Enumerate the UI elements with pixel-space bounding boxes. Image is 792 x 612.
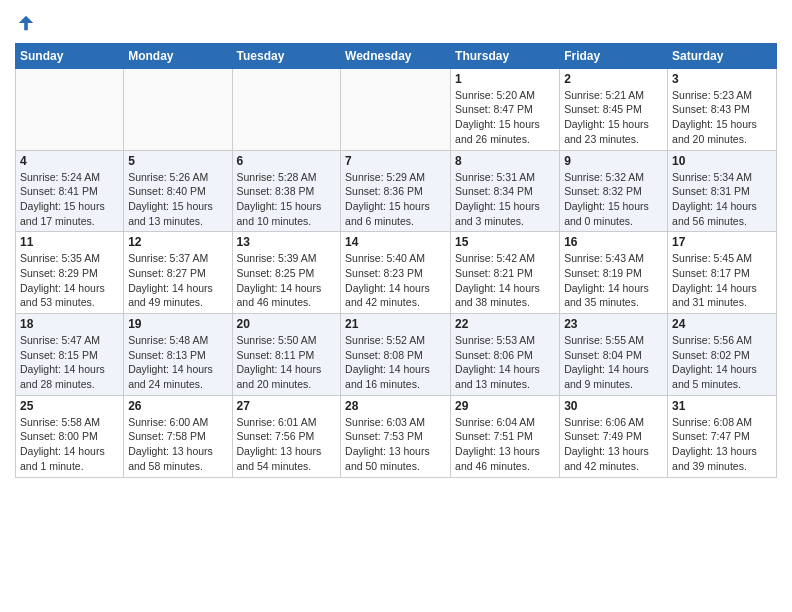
day-info: Sunrise: 5:37 AM Sunset: 8:27 PM Dayligh… [128,251,227,310]
calendar-cell: 30Sunrise: 6:06 AM Sunset: 7:49 PM Dayli… [560,395,668,477]
calendar-cell: 23Sunrise: 5:55 AM Sunset: 8:04 PM Dayli… [560,314,668,396]
calendar-cell: 19Sunrise: 5:48 AM Sunset: 8:13 PM Dayli… [124,314,232,396]
weekday-header-monday: Monday [124,43,232,68]
calendar-cell: 29Sunrise: 6:04 AM Sunset: 7:51 PM Dayli… [451,395,560,477]
page-header [15,10,777,37]
day-info: Sunrise: 6:03 AM Sunset: 7:53 PM Dayligh… [345,415,446,474]
day-info: Sunrise: 5:53 AM Sunset: 8:06 PM Dayligh… [455,333,555,392]
calendar-week-4: 18Sunrise: 5:47 AM Sunset: 8:15 PM Dayli… [16,314,777,396]
day-number: 14 [345,235,446,249]
calendar-cell: 10Sunrise: 5:34 AM Sunset: 8:31 PM Dayli… [668,150,777,232]
weekday-header-friday: Friday [560,43,668,68]
day-info: Sunrise: 5:21 AM Sunset: 8:45 PM Dayligh… [564,88,663,147]
calendar-cell: 15Sunrise: 5:42 AM Sunset: 8:21 PM Dayli… [451,232,560,314]
day-number: 9 [564,154,663,168]
day-number: 17 [672,235,772,249]
day-info: Sunrise: 5:45 AM Sunset: 8:17 PM Dayligh… [672,251,772,310]
day-info: Sunrise: 5:47 AM Sunset: 8:15 PM Dayligh… [20,333,119,392]
day-info: Sunrise: 5:42 AM Sunset: 8:21 PM Dayligh… [455,251,555,310]
day-info: Sunrise: 5:20 AM Sunset: 8:47 PM Dayligh… [455,88,555,147]
day-info: Sunrise: 6:00 AM Sunset: 7:58 PM Dayligh… [128,415,227,474]
calendar-cell: 20Sunrise: 5:50 AM Sunset: 8:11 PM Dayli… [232,314,341,396]
calendar-cell [232,68,341,150]
day-info: Sunrise: 5:43 AM Sunset: 8:19 PM Dayligh… [564,251,663,310]
day-number: 15 [455,235,555,249]
calendar-cell: 3Sunrise: 5:23 AM Sunset: 8:43 PM Daylig… [668,68,777,150]
calendar-cell: 2Sunrise: 5:21 AM Sunset: 8:45 PM Daylig… [560,68,668,150]
calendar-cell: 24Sunrise: 5:56 AM Sunset: 8:02 PM Dayli… [668,314,777,396]
day-number: 13 [237,235,337,249]
day-number: 12 [128,235,227,249]
calendar-week-1: 1Sunrise: 5:20 AM Sunset: 8:47 PM Daylig… [16,68,777,150]
day-info: Sunrise: 6:08 AM Sunset: 7:47 PM Dayligh… [672,415,772,474]
day-info: Sunrise: 5:24 AM Sunset: 8:41 PM Dayligh… [20,170,119,229]
day-number: 29 [455,399,555,413]
calendar-cell: 17Sunrise: 5:45 AM Sunset: 8:17 PM Dayli… [668,232,777,314]
weekday-header-row: SundayMondayTuesdayWednesdayThursdayFrid… [16,43,777,68]
calendar-cell: 21Sunrise: 5:52 AM Sunset: 8:08 PM Dayli… [341,314,451,396]
day-number: 11 [20,235,119,249]
calendar-cell: 1Sunrise: 5:20 AM Sunset: 8:47 PM Daylig… [451,68,560,150]
calendar-cell [124,68,232,150]
day-number: 25 [20,399,119,413]
calendar-cell: 16Sunrise: 5:43 AM Sunset: 8:19 PM Dayli… [560,232,668,314]
day-info: Sunrise: 5:48 AM Sunset: 8:13 PM Dayligh… [128,333,227,392]
calendar-cell: 26Sunrise: 6:00 AM Sunset: 7:58 PM Dayli… [124,395,232,477]
day-number: 31 [672,399,772,413]
calendar-cell: 25Sunrise: 5:58 AM Sunset: 8:00 PM Dayli… [16,395,124,477]
calendar-cell [16,68,124,150]
calendar-cell: 31Sunrise: 6:08 AM Sunset: 7:47 PM Dayli… [668,395,777,477]
calendar-cell [341,68,451,150]
day-info: Sunrise: 5:34 AM Sunset: 8:31 PM Dayligh… [672,170,772,229]
day-number: 22 [455,317,555,331]
calendar-cell: 18Sunrise: 5:47 AM Sunset: 8:15 PM Dayli… [16,314,124,396]
day-info: Sunrise: 5:40 AM Sunset: 8:23 PM Dayligh… [345,251,446,310]
day-number: 1 [455,72,555,86]
day-number: 8 [455,154,555,168]
calendar-cell: 14Sunrise: 5:40 AM Sunset: 8:23 PM Dayli… [341,232,451,314]
day-info: Sunrise: 5:23 AM Sunset: 8:43 PM Dayligh… [672,88,772,147]
calendar-cell: 8Sunrise: 5:31 AM Sunset: 8:34 PM Daylig… [451,150,560,232]
day-number: 30 [564,399,663,413]
day-number: 23 [564,317,663,331]
calendar-cell: 22Sunrise: 5:53 AM Sunset: 8:06 PM Dayli… [451,314,560,396]
day-info: Sunrise: 5:29 AM Sunset: 8:36 PM Dayligh… [345,170,446,229]
day-number: 7 [345,154,446,168]
calendar-cell: 27Sunrise: 6:01 AM Sunset: 7:56 PM Dayli… [232,395,341,477]
calendar-cell: 9Sunrise: 5:32 AM Sunset: 8:32 PM Daylig… [560,150,668,232]
calendar-cell: 4Sunrise: 5:24 AM Sunset: 8:41 PM Daylig… [16,150,124,232]
day-info: Sunrise: 5:28 AM Sunset: 8:38 PM Dayligh… [237,170,337,229]
calendar-table: SundayMondayTuesdayWednesdayThursdayFrid… [15,43,777,478]
day-number: 18 [20,317,119,331]
day-info: Sunrise: 5:31 AM Sunset: 8:34 PM Dayligh… [455,170,555,229]
day-number: 3 [672,72,772,86]
weekday-header-tuesday: Tuesday [232,43,341,68]
day-number: 6 [237,154,337,168]
day-number: 19 [128,317,227,331]
day-info: Sunrise: 6:01 AM Sunset: 7:56 PM Dayligh… [237,415,337,474]
weekday-header-thursday: Thursday [451,43,560,68]
calendar-cell: 5Sunrise: 5:26 AM Sunset: 8:40 PM Daylig… [124,150,232,232]
day-info: Sunrise: 5:55 AM Sunset: 8:04 PM Dayligh… [564,333,663,392]
day-number: 24 [672,317,772,331]
logo-icon [17,14,35,32]
logo [15,14,35,37]
day-info: Sunrise: 6:06 AM Sunset: 7:49 PM Dayligh… [564,415,663,474]
calendar-cell: 28Sunrise: 6:03 AM Sunset: 7:53 PM Dayli… [341,395,451,477]
day-number: 21 [345,317,446,331]
day-info: Sunrise: 5:26 AM Sunset: 8:40 PM Dayligh… [128,170,227,229]
weekday-header-sunday: Sunday [16,43,124,68]
calendar-cell: 11Sunrise: 5:35 AM Sunset: 8:29 PM Dayli… [16,232,124,314]
day-number: 26 [128,399,227,413]
calendar-week-2: 4Sunrise: 5:24 AM Sunset: 8:41 PM Daylig… [16,150,777,232]
day-info: Sunrise: 5:52 AM Sunset: 8:08 PM Dayligh… [345,333,446,392]
calendar-cell: 12Sunrise: 5:37 AM Sunset: 8:27 PM Dayli… [124,232,232,314]
calendar-week-3: 11Sunrise: 5:35 AM Sunset: 8:29 PM Dayli… [16,232,777,314]
day-info: Sunrise: 5:32 AM Sunset: 8:32 PM Dayligh… [564,170,663,229]
day-info: Sunrise: 5:39 AM Sunset: 8:25 PM Dayligh… [237,251,337,310]
day-number: 2 [564,72,663,86]
day-number: 27 [237,399,337,413]
day-number: 20 [237,317,337,331]
day-number: 4 [20,154,119,168]
day-number: 16 [564,235,663,249]
